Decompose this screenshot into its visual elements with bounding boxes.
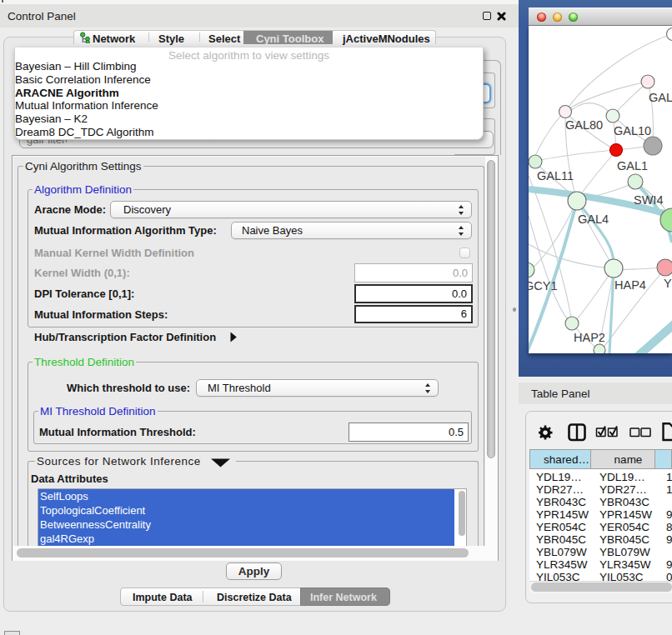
- svg-text:GAL11: GAL11: [537, 169, 574, 182]
- svg-text:GAL4: GAL4: [578, 212, 609, 226]
- svg-text:HAP2: HAP2: [574, 331, 605, 344]
- svg-text:Y: Y: [664, 277, 672, 290]
- svg-text:HAP4: HAP4: [614, 278, 646, 292]
- svg-text:GAL1: GAL1: [617, 159, 648, 172]
- svg-text:GCY1: GCY1: [529, 279, 558, 292]
- svg-text:GAL10: GAL10: [614, 124, 651, 138]
- svg-text:GAL80: GAL80: [565, 118, 603, 132]
- svg-text:GAL7: GAL7: [649, 91, 672, 104]
- svg-text:SWI4: SWI4: [634, 193, 663, 207]
